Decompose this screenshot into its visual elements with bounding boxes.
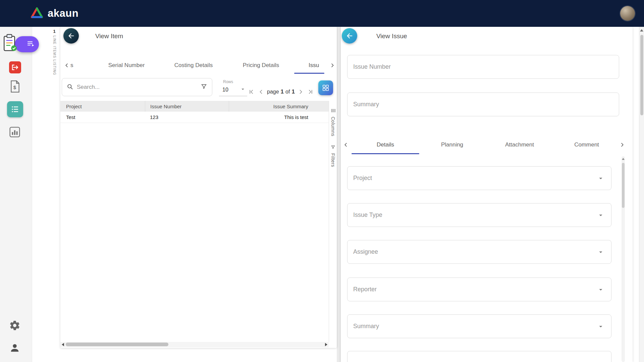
tab-costing-details[interactable]: Costing Details (160, 57, 227, 74)
page-indicator: page 1 of 1 (267, 88, 295, 95)
form-scrollbar[interactable] (622, 156, 625, 362)
chevron-down-icon (597, 175, 604, 182)
table-row[interactable]: Test 123 This is test (60, 112, 329, 123)
sidebar-item-line-items-active[interactable] (7, 101, 23, 117)
issue-tabs-scroll-left-icon[interactable] (341, 135, 350, 154)
cell-issue-summary: This is test (229, 112, 329, 123)
view-item-panel: View Item s Serial Number Costing Detail… (60, 27, 337, 348)
line-items-fab[interactable] (0, 34, 40, 54)
rows-value: 10 (222, 87, 228, 93)
column-header-project[interactable]: Project (60, 101, 145, 112)
active-tab-underline (352, 153, 419, 154)
reporter-dropdown[interactable]: Reporter (347, 278, 611, 301)
user-avatar[interactable] (620, 6, 635, 21)
page-scroll-up-arrow-icon[interactable] (640, 29, 643, 32)
page-of-word: of (285, 89, 290, 95)
settings-gear-icon[interactable] (9, 320, 20, 331)
support-person-icon[interactable] (9, 342, 20, 354)
tab-details[interactable]: Details (352, 135, 419, 154)
tab-planning[interactable]: Planning (419, 135, 486, 154)
summary-dropdown[interactable]: Summary (347, 314, 611, 338)
panel-divider (337, 27, 341, 362)
reporter-dropdown-label: Reporter (353, 286, 377, 293)
back-button-view-issue[interactable] (342, 28, 357, 44)
issues-table-header: Project Issue Number Issue Summary (60, 101, 329, 112)
project-dropdown-label: Project (353, 175, 372, 182)
chevron-down-icon (597, 323, 604, 330)
chevron-down-icon (597, 212, 604, 219)
tab-items-clipped[interactable]: s (70, 57, 78, 74)
view-issue-panel: View Issue Issue Number Summary Details … (341, 27, 633, 362)
filters-control[interactable]: Filters (329, 145, 337, 167)
brand-logo[interactable]: akaun (30, 7, 78, 20)
assignee-dropdown[interactable]: Assignee (347, 240, 611, 264)
columns-control[interactable]: Columns (329, 108, 337, 136)
rows-per-page-select[interactable]: Rows 10 (219, 79, 247, 96)
issue-tabs-scroll-right-icon[interactable] (618, 135, 627, 154)
billing-document-icon[interactable]: $ (10, 80, 20, 93)
page-scrollbar-thumb[interactable] (640, 35, 643, 115)
tab-pricing-details[interactable]: Pricing Details (227, 57, 294, 74)
next-page-icon[interactable] (297, 88, 305, 96)
tabs-scroll-left-icon[interactable] (62, 57, 71, 74)
filters-funnel-icon (331, 145, 335, 151)
scroll-right-arrow-icon[interactable] (325, 343, 327, 346)
chevron-down-icon (597, 286, 604, 293)
tab-attachment[interactable]: Attachment (486, 135, 553, 154)
search-box (62, 78, 212, 96)
description-field[interactable]: Description (347, 351, 611, 362)
clipboard-icon (2, 34, 17, 54)
first-page-icon[interactable] (248, 88, 255, 96)
app-root: akaun (0, 0, 644, 362)
chevron-down-icon (597, 248, 604, 256)
column-header-issue-number[interactable]: Issue Number (145, 101, 229, 112)
summary-field[interactable]: Summary (347, 93, 619, 116)
project-dropdown[interactable]: Project (347, 166, 611, 190)
scroll-up-arrow-icon[interactable] (622, 158, 625, 160)
item-tabs: s Serial Number Costing Details Pricing … (60, 57, 337, 74)
tab-serial-number[interactable]: Serial Number (93, 57, 160, 74)
search-icon (67, 83, 73, 91)
issue-number-field[interactable]: Issue Number (347, 55, 619, 79)
listing-tab-label: LINE ITEMS LISTING (53, 36, 56, 75)
back-button-view-item[interactable] (63, 28, 79, 44)
issue-number-field-label: Issue Number (353, 63, 391, 70)
horizontal-scrollbar-thumb[interactable] (66, 343, 168, 346)
playlist-badge[interactable] (15, 36, 39, 52)
search-filter-icon[interactable] (201, 83, 207, 91)
listing-tab-index: 1 (50, 29, 58, 34)
issue-type-dropdown-label: Issue Type (353, 212, 382, 219)
left-sidebar: $ (0, 27, 32, 362)
line-items-listing-tab[interactable]: 1 LINE ITEMS LISTING (50, 29, 58, 75)
search-input[interactable] (76, 83, 201, 91)
page-scrollbar[interactable] (639, 27, 644, 362)
horizontal-scrollbar[interactable] (60, 342, 329, 347)
columns-label: Columns (330, 117, 336, 136)
last-page-icon[interactable] (307, 88, 314, 96)
brand-name: akaun (48, 7, 78, 19)
page-total: 1 (291, 88, 294, 95)
summary-field-label: Summary (353, 101, 379, 108)
tabs-scroll-right-icon[interactable] (328, 57, 337, 74)
grid-view-button[interactable] (318, 80, 333, 95)
export-app-icon[interactable] (9, 61, 21, 73)
column-header-issue-summary[interactable]: Issue Summary (229, 101, 329, 112)
page-word: page (267, 89, 279, 95)
form-scrollbar-thumb[interactable] (622, 163, 625, 208)
analytics-icon[interactable] (9, 126, 20, 138)
table-side-divider (329, 101, 329, 342)
prev-page-icon[interactable] (257, 88, 265, 96)
tab-comment[interactable]: Comment (553, 135, 620, 154)
tab-issues-clipped[interactable]: Issu (309, 57, 329, 74)
page-title-view-issue: View Issue (376, 33, 407, 40)
cell-issue-number: 123 (145, 112, 229, 123)
issue-type-dropdown[interactable]: Issue Type (347, 203, 611, 227)
issue-tabs: Details Planning Attachment Comment (341, 135, 633, 154)
svg-text:$: $ (13, 85, 16, 90)
scroll-left-arrow-icon[interactable] (62, 343, 64, 346)
cell-project: Test (60, 112, 145, 123)
rows-label: Rows (219, 79, 247, 84)
playlist-icon (27, 41, 35, 48)
columns-grip-icon (331, 108, 335, 114)
summary-dropdown-label: Summary (353, 323, 379, 330)
